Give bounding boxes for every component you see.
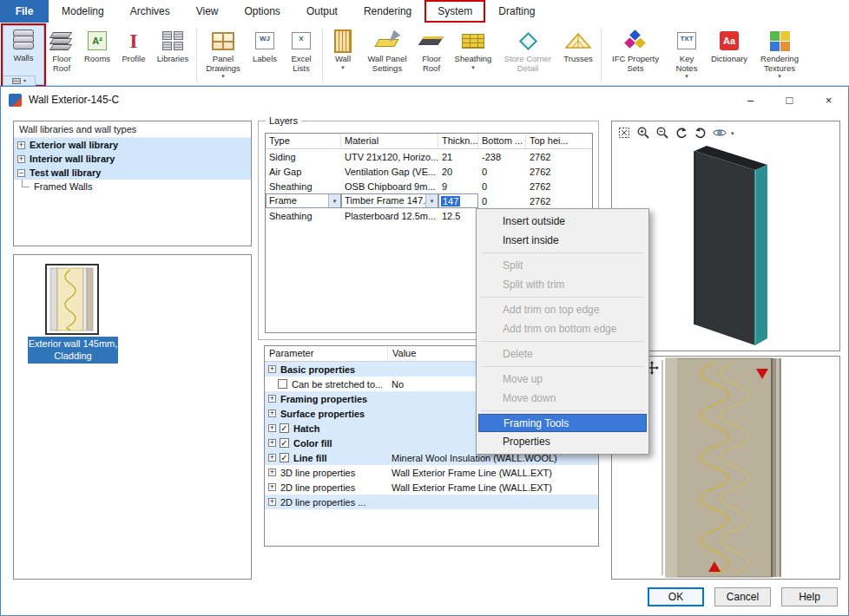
parameter-row-3d-line-properties[interactable]: +3D line properties Wall Exterior Frame … bbox=[265, 465, 598, 480]
maximize-button[interactable]: □ bbox=[770, 87, 809, 113]
ribbon-label: Floor Roof bbox=[422, 55, 441, 73]
ribbon-button-rooms[interactable]: A² Rooms bbox=[79, 25, 115, 85]
layer-thickness-input[interactable]: 147 bbox=[438, 193, 478, 208]
layer-row-air-gap[interactable]: Air Gap Ventilation Gap (VE... 20 0 2762 bbox=[266, 164, 592, 179]
ribbon-label: Key Notes bbox=[676, 55, 698, 73]
ribbon-button-labels[interactable]: WJ Labels bbox=[247, 25, 283, 85]
layer-row-frame-editing[interactable]: Frame ▾ Timber Frame 147... ▾ 147 0 2762 bbox=[266, 193, 592, 208]
cancel-button[interactable]: Cancel bbox=[714, 587, 771, 606]
zoom-out-icon[interactable] bbox=[655, 125, 670, 141]
layer-material-combobox[interactable]: Timber Frame 147... ▾ bbox=[341, 193, 438, 208]
parameter-row-2d-line-properties[interactable]: +2D line properties Wall Exterior Frame … bbox=[265, 480, 598, 495]
tree-branch-line bbox=[22, 180, 30, 187]
expand-icon[interactable]: + bbox=[268, 469, 276, 476]
ribbon-button-sheathing[interactable]: Sheathing ▾ bbox=[449, 25, 497, 85]
dropdown-arrow-icon[interactable]: ▾ bbox=[731, 130, 734, 136]
menu-view[interactable]: View bbox=[183, 0, 232, 23]
ribbon-button-wall-panel-settings[interactable]: Wall Panel Settings bbox=[360, 25, 414, 85]
menu-output[interactable]: Output bbox=[293, 0, 351, 23]
expand-icon[interactable]: + bbox=[17, 141, 25, 149]
ribbon-button-wall[interactable]: Wall ▾ bbox=[326, 25, 360, 85]
column-header-thickness[interactable]: Thickn... bbox=[438, 134, 478, 148]
tree-item-test-wall-library[interactable]: − Test wall library bbox=[14, 166, 251, 180]
menu-file[interactable]: File bbox=[0, 0, 49, 23]
menu-rendering[interactable]: Rendering bbox=[351, 0, 424, 23]
expand-icon[interactable]: + bbox=[17, 155, 25, 163]
ribbon-button-dictionary[interactable]: Aa Dictionary bbox=[707, 25, 752, 85]
ribbon-label: Walls bbox=[14, 54, 34, 63]
context-menu-item-insert-inside[interactable]: Insert inside bbox=[478, 231, 647, 250]
menu-options[interactable]: Options bbox=[232, 0, 293, 23]
expand-icon[interactable]: + bbox=[268, 410, 276, 417]
parameter-row-2d-line-properties-2[interactable]: +2D line properties ... bbox=[265, 495, 598, 509]
combobox-value: Frame bbox=[267, 194, 328, 207]
context-menu-item-framing-tools[interactable]: Framing Tools bbox=[478, 414, 647, 432]
walls-dropdown-button[interactable]: ▾ bbox=[3, 75, 36, 86]
menu-archives[interactable]: Archives bbox=[117, 0, 183, 23]
ribbon-button-libraries[interactable]: Libraries bbox=[152, 25, 194, 85]
wall-type-label[interactable]: Exterior wall 145mm, Cladding bbox=[28, 337, 118, 364]
ribbon-button-floor-roof[interactable]: Floor Roof bbox=[44, 25, 79, 85]
rotate-left-icon[interactable] bbox=[674, 125, 689, 141]
layer-bottom: 0 bbox=[478, 196, 526, 206]
layer-bottom: 0 bbox=[478, 181, 526, 192]
application-window: File Modeling Archives View Options Outp… bbox=[0, 0, 849, 616]
close-button[interactable]: × bbox=[809, 87, 848, 113]
wall-icon bbox=[334, 27, 352, 55]
menu-modeling[interactable]: Modeling bbox=[49, 0, 117, 23]
combobox-dropdown-icon[interactable]: ▾ bbox=[425, 194, 438, 207]
checkbox-checked[interactable]: ✓ bbox=[280, 423, 289, 433]
context-menu-item-add-trim-top: Add trim on top edge bbox=[478, 300, 647, 319]
ribbon-button-excel-lists[interactable]: X Excel Lists bbox=[283, 25, 319, 85]
tree-item-interior-wall-library[interactable]: + Interior wall library bbox=[14, 152, 251, 166]
ribbon-button-profile[interactable]: I Profile bbox=[115, 25, 152, 85]
expand-icon[interactable]: + bbox=[268, 439, 276, 447]
orbit-view-icon[interactable] bbox=[712, 125, 727, 141]
layer-row-sheathing-1[interactable]: Sheathing OSB Chipboard 9m... 9 0 2762 bbox=[266, 179, 592, 193]
menu-drafting[interactable]: Drafting bbox=[485, 0, 548, 23]
wall-type-label-line2: Cladding bbox=[28, 350, 118, 362]
ribbon-button-key-notes[interactable]: TXT Key Notes ▾ bbox=[667, 25, 707, 85]
column-header-bottom[interactable]: Bottom ... bbox=[478, 134, 526, 148]
expand-icon[interactable]: + bbox=[268, 424, 276, 432]
layer-type-combobox[interactable]: Frame ▾ bbox=[266, 193, 341, 208]
layer-row-siding[interactable]: Siding UTV 21x120, Horizo... 21 -238 276… bbox=[266, 149, 592, 164]
expand-icon[interactable]: + bbox=[268, 365, 276, 373]
minimize-button[interactable]: – bbox=[731, 87, 770, 113]
wall-thumbnail[interactable] bbox=[45, 264, 99, 337]
context-menu-item-properties[interactable]: Properties bbox=[478, 432, 647, 451]
tree-item-exterior-wall-library[interactable]: + Exterior wall library bbox=[14, 138, 251, 152]
expand-icon[interactable]: + bbox=[268, 483, 276, 491]
ok-button[interactable]: OK bbox=[648, 587, 704, 606]
ribbon-button-trusses[interactable]: Trusses bbox=[558, 25, 598, 85]
rotate-right-icon[interactable] bbox=[693, 125, 708, 141]
combobox-dropdown-icon[interactable]: ▾ bbox=[328, 194, 340, 207]
ribbon-button-panel-drawings[interactable]: Panel Drawings ▾ bbox=[200, 25, 247, 85]
column-header-material[interactable]: Material bbox=[341, 134, 438, 148]
expand-icon[interactable]: + bbox=[268, 498, 276, 506]
wall-type-label-line1: Exterior wall 145mm, bbox=[28, 337, 118, 350]
tree-item-label: Test wall library bbox=[30, 167, 101, 178]
menu-separator bbox=[481, 341, 644, 342]
menu-system[interactable]: System bbox=[424, 0, 485, 23]
ribbon-button-rendering-textures[interactable]: Rendering Textures ▾ bbox=[752, 25, 807, 85]
ribbon-button-floor-roof-2[interactable]: Floor Roof bbox=[414, 25, 449, 85]
zoom-fit-icon[interactable] bbox=[616, 125, 632, 141]
dialog-titlebar[interactable]: Wall Exterior-145-C – □ × bbox=[1, 87, 848, 113]
column-header-top[interactable]: Top hei... bbox=[526, 134, 592, 148]
expand-icon[interactable]: + bbox=[268, 395, 276, 403]
context-menu-item-insert-outside[interactable]: Insert outside bbox=[478, 212, 647, 231]
column-header-parameter[interactable]: Parameter bbox=[265, 346, 388, 361]
collapse-icon[interactable]: − bbox=[17, 169, 25, 177]
dropdown-arrow-icon: ▾ bbox=[471, 64, 475, 70]
expand-icon[interactable]: + bbox=[268, 454, 276, 462]
zoom-in-icon[interactable] bbox=[635, 125, 651, 141]
parameter-label: Line fill bbox=[293, 453, 327, 463]
checkbox-checked[interactable]: ✓ bbox=[280, 453, 289, 462]
help-button[interactable]: Help bbox=[781, 587, 838, 606]
checkbox-unchecked[interactable] bbox=[278, 379, 287, 389]
column-header-type[interactable]: Type bbox=[266, 134, 341, 148]
tree-item-framed-walls[interactable]: Framed Walls bbox=[14, 180, 251, 193]
checkbox-checked[interactable]: ✓ bbox=[280, 438, 289, 448]
ribbon-button-ifc-property-sets[interactable]: IFC Property Sets bbox=[604, 25, 667, 85]
